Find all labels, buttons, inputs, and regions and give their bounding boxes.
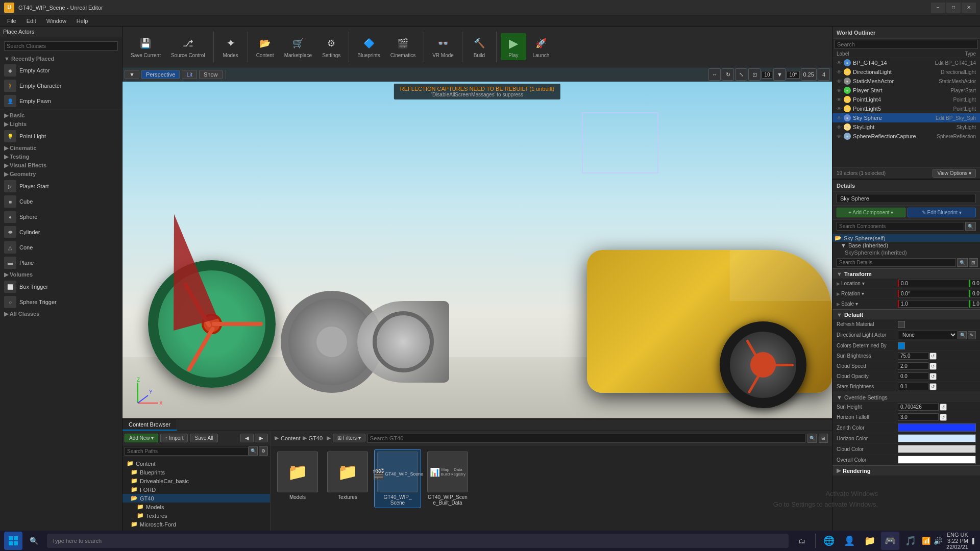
content-browser-tab[interactable]: Content Browser — [122, 419, 177, 431]
scale-x-input[interactable] — [898, 300, 968, 308]
outliner-row-skylight[interactable]: 👁 ● SkyLight SkyLight — [832, 122, 980, 132]
outliner-row-sphere-capture[interactable]: 👁 ● SphereReflectionCapture SphereReflec… — [832, 132, 980, 141]
lit-button[interactable]: Lit — [182, 70, 197, 79]
overall-color-swatch[interactable] — [898, 456, 976, 464]
search-paths-input[interactable] — [125, 447, 249, 456]
menu-help[interactable]: Help — [71, 17, 93, 25]
actor-point-light[interactable]: 💡 Point Light — [0, 129, 122, 144]
import-button[interactable]: ↑ Import — [160, 434, 188, 442]
person-taskbar-button[interactable]: 👤 — [840, 532, 859, 550]
section-volumes[interactable]: ▶ Volumes — [0, 270, 122, 279]
asset-search-button[interactable]: 🔍 — [807, 434, 817, 443]
details-grid-view[interactable]: ⊞ — [969, 258, 978, 267]
location-x-input[interactable] — [898, 280, 968, 287]
settings-button[interactable]: ⚙ Settings — [318, 33, 345, 60]
outliner-view-options-button[interactable]: View Options ▾ — [933, 169, 976, 178]
stars-brightness-input[interactable] — [898, 383, 928, 390]
cloud-speed-input[interactable] — [898, 362, 928, 370]
outliner-row-directional-light[interactable]: 👁 ● DirectionalLight DirectionalLight — [832, 67, 980, 77]
translate-gizmo-button[interactable]: ↔ — [708, 68, 721, 81]
actor-sphere[interactable]: ● Sphere — [0, 209, 122, 224]
folder-driveablecar[interactable]: 📁DriveableCar_basic — [122, 477, 270, 485]
menu-window[interactable]: Window — [41, 17, 71, 25]
cloud-color-swatch[interactable] — [898, 445, 976, 453]
actor-empty-character[interactable]: 🚶 Empty Character — [0, 78, 122, 93]
show-button[interactable]: Show — [199, 70, 223, 79]
sun-brightness-reset[interactable]: ↺ — [929, 353, 937, 360]
actor-sphere-trigger[interactable]: ○ Sphere Trigger — [0, 294, 122, 310]
visibility-icon-dir[interactable]: 👁 — [837, 69, 842, 75]
files-taskbar-button[interactable]: 📁 — [861, 532, 879, 550]
add-new-button[interactable]: Add New ▾ — [125, 434, 158, 442]
cloud-opacity-reset[interactable]: ↺ — [929, 373, 937, 380]
folder-microsoft-ford[interactable]: 📁Microsoft-Ford — [122, 520, 270, 529]
search-taskbar-button[interactable]: 🔍 — [24, 532, 43, 550]
asset-gt40-built-data[interactable]: 📊 Map Build Data Registry GT40_WIP_Scene… — [425, 449, 471, 508]
sky-sphere-self-item[interactable]: 📂 Sky Sphere(self) — [832, 234, 980, 242]
breadcrumb-gt40-link[interactable]: GT40 — [309, 435, 323, 441]
build-button[interactable]: 🔨 Build — [467, 33, 492, 60]
skysphereinherited-item[interactable]: SkySphereInk (Inherited) — [832, 249, 980, 256]
directional-light-actor-edit[interactable]: ✎ — [968, 331, 976, 339]
add-component-button[interactable]: + Add Component ▾ — [837, 208, 905, 217]
search-paths-button[interactable]: 🔍 — [249, 446, 258, 456]
search-components-button[interactable]: 🔍 — [965, 222, 976, 231]
section-all-classes[interactable]: ▶ All Classes — [0, 310, 122, 318]
horizon-falloff-reset[interactable]: ↺ — [940, 414, 947, 421]
stars-brightness-reset[interactable]: ↺ — [929, 383, 937, 390]
breadcrumb-content-link[interactable]: Content — [281, 435, 301, 441]
rotate-gizmo-button[interactable]: ↻ — [722, 68, 734, 81]
menu-file[interactable]: File — [2, 17, 21, 25]
horizon-color-swatch[interactable] — [898, 434, 976, 442]
vr-mode-button[interactable]: 👓 VR Mode — [428, 33, 458, 60]
outliner-row-sky-sphere[interactable]: 👁 ● Sky Sphere Edit BP_Sky_Sph — [832, 113, 980, 122]
folder-models[interactable]: 📁Models — [122, 503, 270, 511]
search-components-input[interactable] — [837, 222, 964, 231]
rotation-x-input[interactable] — [898, 290, 968, 297]
actor-box-trigger[interactable]: ⬜ Box Trigger — [0, 279, 122, 294]
colors-determined-checkbox[interactable] — [898, 342, 905, 349]
filters-button[interactable]: ⊞ Filters ▾ — [333, 434, 365, 442]
save-current-button[interactable]: 💾 Save Current — [127, 33, 165, 60]
show-desktop-button[interactable]: ▌ — [972, 538, 976, 544]
close-button[interactable]: ✕ — [962, 3, 976, 13]
network-icon[interactable]: 📶 — [922, 537, 930, 545]
outliner-row-static-mesh[interactable]: 👁 ● StaticMeshActor StaticMeshActor — [832, 77, 980, 86]
edit-blueprint-button[interactable]: ✎ Edit Blueprint ▾ — [908, 208, 976, 217]
asset-textures-folder[interactable]: 📁 Textures — [325, 449, 371, 502]
cloud-speed-reset[interactable]: ↺ — [929, 363, 937, 370]
section-testing[interactable]: ▶ Testing — [0, 153, 122, 161]
sun-brightness-input[interactable] — [898, 352, 928, 360]
start-button[interactable] — [4, 532, 22, 550]
viewport-dropdown-button[interactable]: ▼ — [125, 70, 139, 79]
forward-button[interactable]: ▶ — [255, 434, 268, 442]
menu-edit[interactable]: Edit — [21, 17, 41, 25]
folder-gt40[interactable]: 📂GT40 — [122, 494, 270, 503]
asset-models-folder[interactable]: 📁 Models — [275, 449, 321, 502]
search-taskbar-field[interactable]: Type here to search — [47, 534, 789, 548]
cloud-opacity-input[interactable] — [898, 372, 928, 380]
rotation-y-input[interactable] — [969, 290, 980, 297]
scale-gizmo-button[interactable]: ⤡ — [735, 68, 747, 81]
maximize-button[interactable]: □ — [946, 3, 961, 13]
perspective-button[interactable]: Perspective — [141, 70, 180, 79]
sun-height-reset[interactable]: ↺ — [940, 404, 947, 411]
music-taskbar-button[interactable]: 🎵 — [901, 532, 920, 550]
section-visual-effects[interactable]: ▶ Visual Effects — [0, 161, 122, 170]
blueprints-button[interactable]: 🔷 Blueprints — [353, 33, 384, 60]
source-control-button[interactable]: ⎇ Source Control — [167, 33, 209, 60]
folder-settings-button[interactable]: ⚙ — [259, 446, 268, 456]
surface-snapping-button[interactable]: ⊡ — [748, 68, 761, 81]
modes-button[interactable]: ✦ Modes — [218, 33, 243, 60]
actor-empty-pawn[interactable]: 👤 Empty Pawn — [0, 93, 122, 109]
refresh-material-checkbox[interactable] — [898, 321, 905, 328]
section-lights[interactable]: ▶ Lights — [0, 120, 122, 129]
play-button[interactable]: ▶ Play — [501, 33, 526, 60]
default-section-header[interactable]: ▼ Default — [832, 309, 980, 319]
outliner-row-player-start[interactable]: 👁 ● Player Start PlayerStart — [832, 86, 980, 95]
asset-search-input[interactable] — [368, 434, 805, 443]
outliner-row-bp-gt40[interactable]: 👁 ● BP_GT40_14 Edit BP_GT40_14 — [832, 58, 980, 67]
actor-plane[interactable]: ▬ Plane — [0, 255, 122, 270]
outliner-search-input[interactable] — [835, 40, 978, 49]
search-classes-input[interactable] — [4, 41, 118, 51]
